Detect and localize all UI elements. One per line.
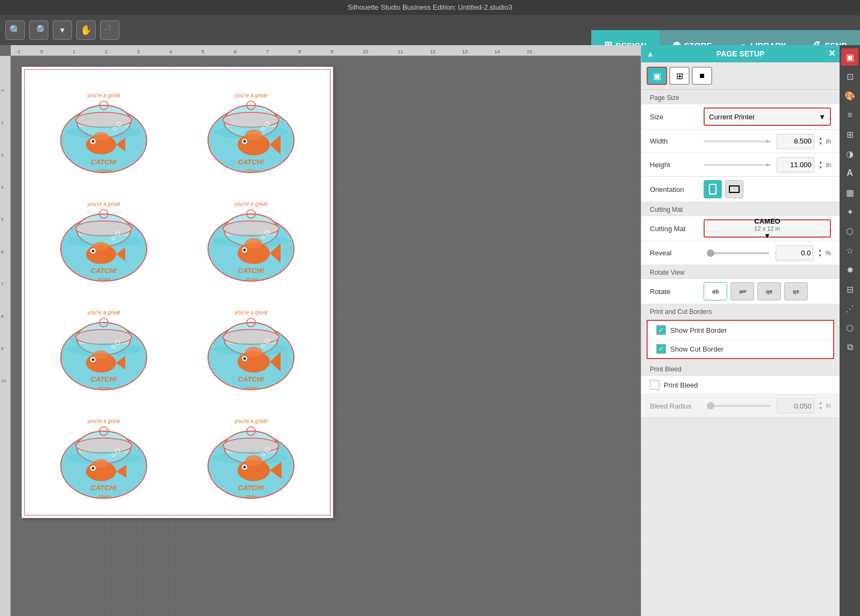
cutting-mat-dropdown[interactable]: CAMEO 12 x 12 in ▼	[704, 219, 831, 238]
height-unit: in	[826, 161, 831, 169]
add-tool[interactable]: ➕	[100, 20, 119, 40]
panel-title: PAGE SETUP	[716, 49, 764, 58]
svg-rect-120	[710, 184, 716, 194]
ruler-mark: 7	[266, 49, 269, 54]
page-tab-icon: ▣	[653, 71, 661, 81]
panel-tab-grid[interactable]: ⊞	[669, 67, 690, 85]
side-icon-puzzle[interactable]: ✸	[841, 261, 858, 278]
side-icon-3d[interactable]: ⬡	[841, 319, 858, 336]
side-icon-align[interactable]: ▦	[841, 184, 858, 201]
fishbowl-1: you're a great CATCH! -Blake	[33, 78, 175, 181]
svg-text:CATCH!: CATCH!	[91, 267, 118, 275]
reveal-input[interactable]	[776, 246, 813, 261]
cutting-mat-arrow: ▼	[764, 232, 771, 240]
svg-text:-Blake: -Blake	[244, 494, 258, 499]
panel-collapse-icon[interactable]: ▲	[647, 49, 654, 58]
ruler-mark: 12	[430, 49, 435, 54]
bleed-radius-thumb[interactable]	[707, 402, 714, 410]
size-dropdown[interactable]: Current Printer ▼	[704, 108, 831, 126]
hand-tool[interactable]: ✋	[76, 20, 96, 40]
cutting-mat-row: Cutting Mat CAMEO 12 x 12 in ▼	[641, 216, 840, 241]
svg-text:you're a great: you're a great	[87, 92, 121, 98]
cutting-mat-control: CAMEO 12 x 12 in ▼	[704, 219, 831, 238]
fishbowl-3: you're a great CATCH! -Blake	[33, 187, 175, 290]
svg-point-23	[243, 140, 246, 143]
canvas-area[interactable]: -1 0 1 2 3 4 5 6 7 8 9 10 11 12 13 14 15	[0, 45, 641, 616]
side-icon-lines[interactable]: ≡	[841, 106, 858, 124]
side-icon-hatching[interactable]: ⋰	[841, 300, 858, 317]
reveal-spinner[interactable]: ▲ ▼	[818, 248, 822, 259]
side-icon-contrast[interactable]: ◑	[841, 145, 858, 162]
panel-tab-page[interactable]: ▣	[647, 67, 667, 85]
side-icon-pixel[interactable]: ⊡	[841, 68, 858, 85]
side-icon-star[interactable]: ☆	[841, 242, 858, 259]
side-icon-palette[interactable]: 🎨	[841, 87, 858, 104]
side-icon-tag[interactable]: ⊟	[841, 281, 858, 298]
bleed-radius-slider[interactable]	[707, 405, 770, 407]
rotate-270-button[interactable]: qe	[784, 282, 808, 300]
svg-text:you're a great: you're a great	[87, 418, 121, 424]
zoom-fit-tool[interactable]: 🔎	[29, 20, 48, 40]
reveal-thumb[interactable]	[707, 249, 714, 257]
cutting-mat-sub-value: 12 x 12 in	[754, 225, 780, 232]
svg-point-54	[245, 238, 262, 249]
panel-close-button[interactable]: ✕	[828, 48, 835, 59]
svg-point-39	[94, 242, 109, 250]
fishbowl-8: you're a great CATCH! -Blake	[180, 404, 322, 507]
svg-text:-Blake: -Blake	[97, 385, 111, 391]
side-icons-panel: ▣ ⊡ 🎨 ≡ ⊞ ◑ A ▦ ✦ ⬡ ☆ ✸ ⊟ ⋰ ⬡ ⧉	[840, 45, 860, 616]
zoom-tool[interactable]: 🔍	[5, 20, 25, 40]
fishbowl-2: you're a great CATCH! -Blake	[180, 78, 322, 181]
side-icon-layers[interactable]: ⧉	[841, 339, 858, 356]
bleed-radius-spinner[interactable]: ▲ ▼	[819, 400, 823, 411]
side-icon-magic[interactable]: ✦	[841, 203, 858, 220]
fishbowl-6: you're a great CATCH! -Blake	[180, 295, 322, 398]
ruler-mark: 14	[494, 49, 500, 54]
svg-point-47	[223, 221, 279, 236]
svg-text:CATCH!: CATCH!	[238, 267, 265, 275]
svg-text:you're a great: you're a great	[234, 201, 268, 207]
reveal-slider[interactable]	[707, 252, 769, 254]
svg-text:CATCH!: CATCH!	[238, 375, 265, 383]
design-page[interactable]: you're a great CATCH! -Blake	[22, 67, 333, 518]
svg-point-113	[243, 466, 246, 469]
panel-tab-dark[interactable]: ■	[692, 67, 712, 85]
side-icon-replicate[interactable]: ⊞	[841, 126, 858, 143]
show-cut-border-row: ✓ Show Cut Border	[648, 339, 833, 358]
portrait-button[interactable]	[704, 180, 722, 198]
app-title: Silhouette Studio Business Edition: Unti…	[348, 3, 512, 11]
side-icon-text[interactable]: A	[841, 164, 858, 182]
vertical-ruler: 1 2 3 4 5 6 7 8 9 10	[0, 56, 11, 616]
width-input[interactable]: 8.500	[777, 134, 814, 149]
rotate-90-button[interactable]: ab	[730, 282, 754, 300]
bleed-radius-row: Bleed Radius ▲ ▼ in	[641, 394, 840, 418]
height-input[interactable]: 11.000	[777, 157, 814, 173]
size-control: Current Printer ▼	[704, 108, 831, 126]
ruler-mark: 13	[462, 49, 468, 54]
show-cut-border-checkbox[interactable]: ✓	[656, 344, 666, 354]
v-ruler-mark: 1	[0, 89, 5, 91]
move-tool[interactable]: ▼	[53, 20, 72, 40]
height-spinner[interactable]: ▲ ▼	[819, 160, 823, 170]
rotate-180-button[interactable]: qe	[757, 282, 781, 300]
side-icon-trace[interactable]: ⬡	[841, 223, 858, 240]
show-print-border-checkbox[interactable]: ✓	[656, 325, 666, 335]
horizontal-ruler: -1 0 1 2 3 4 5 6 7 8 9 10 11 12 13 14 15	[11, 45, 641, 56]
print-bleed-checkbox[interactable]	[650, 380, 660, 390]
svg-point-8	[92, 140, 95, 143]
width-label: Width	[650, 137, 704, 145]
size-dropdown-arrow: ▼	[819, 113, 826, 121]
width-spinner[interactable]: ▲ ▼	[819, 136, 823, 147]
landscape-button[interactable]	[725, 180, 743, 198]
rotate-0-button[interactable]: ab	[704, 282, 727, 300]
bleed-radius-input[interactable]	[777, 398, 814, 413]
show-cut-border-label: Show Cut Border	[670, 345, 723, 353]
bleed-radius-label: Bleed Radius	[650, 402, 704, 410]
ruler-inner: -1 0 1 2 3 4 5 6 7 8 9 10 11 12 13 14 15	[11, 45, 641, 55]
svg-point-38	[92, 250, 95, 253]
side-icon-page-setup[interactable]: ▣	[841, 48, 858, 66]
height-control: ▲ 11.000 ▲ ▼ in	[704, 157, 831, 173]
grid-tab-icon: ⊞	[676, 71, 683, 81]
height-row: Height ▲ 11.000 ▲ ▼ in	[641, 153, 840, 176]
v-ruler-mark: 9	[1, 346, 3, 351]
